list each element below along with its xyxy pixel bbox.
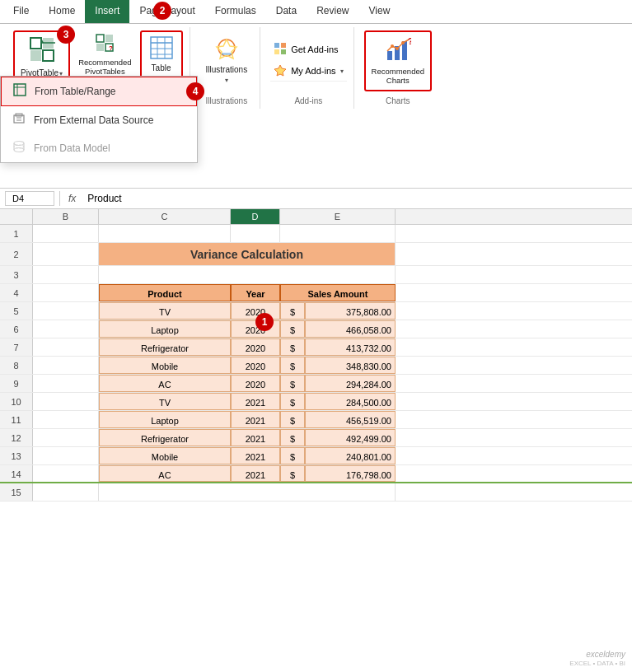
illustrations-label: Illustrations bbox=[206, 65, 248, 75]
svg-rect-23 bbox=[281, 49, 286, 54]
table-row: 9 AC 2020 $ 294,284.00 bbox=[0, 375, 632, 393]
rec-pivottables-label: RecommendedPivotTables bbox=[78, 58, 131, 77]
ribbon-group-addins: Get Add-ins My Add-ins ▾ Add-ins bbox=[264, 27, 353, 109]
svg-text:?: ? bbox=[109, 44, 113, 52]
my-addins-arrow: ▾ bbox=[340, 68, 344, 75]
addins-group-label: Add-ins bbox=[294, 93, 322, 105]
cell-sales-header[interactable]: Sales Amount bbox=[280, 284, 396, 301]
get-addins-label: Get Add-ins bbox=[291, 44, 338, 54]
illustrations-group-label: Illustrations bbox=[206, 93, 248, 105]
svg-rect-20 bbox=[274, 43, 279, 48]
col-header-d[interactable]: D bbox=[231, 209, 280, 224]
table-row: 7 Refrigerator 2020 $ 413,732.00 bbox=[0, 338, 632, 357]
from-data-model-label: From Data Model bbox=[34, 142, 110, 154]
col-header-c[interactable]: C bbox=[99, 209, 231, 224]
my-add-ins-button[interactable]: My Add-ins ▾ bbox=[270, 62, 346, 82]
row-num-1: 1 bbox=[0, 225, 33, 242]
table-row: 3 bbox=[0, 266, 632, 284]
row-num-4: 4 bbox=[0, 284, 33, 301]
cell-product-header[interactable]: Product bbox=[99, 284, 231, 301]
row-num-2: 2 bbox=[0, 243, 33, 265]
sheet-title: Variance Calculation bbox=[99, 243, 396, 265]
recommended-charts-icon: ? bbox=[385, 36, 411, 65]
cell-e1[interactable] bbox=[280, 225, 396, 242]
table-highlight: Table bbox=[140, 30, 183, 79]
table-row: 12 Refrigerator 2021 $ 492,499.00 bbox=[0, 429, 632, 447]
svg-rect-2 bbox=[30, 50, 41, 61]
from-table-range-label: From Table/Range bbox=[35, 86, 116, 97]
col-header-b[interactable]: B bbox=[33, 209, 99, 224]
table-icon bbox=[150, 36, 173, 62]
step-1-badge: 1 bbox=[255, 313, 274, 331]
pivot-dropdown-menu: From Table/Range 4 From External Data So… bbox=[0, 76, 198, 163]
rec-charts-highlight: ? RecommendedCharts bbox=[364, 30, 432, 91]
cell-b4[interactable] bbox=[33, 284, 99, 301]
table-button[interactable]: Table bbox=[142, 32, 181, 77]
get-add-ins-button[interactable]: Get Add-ins bbox=[270, 40, 346, 59]
recommended-pivottables-button[interactable]: ? RecommendedPivotTables bbox=[73, 30, 136, 80]
illustrations-button[interactable]: Illustrations ▾ bbox=[200, 30, 254, 88]
cell-product-5[interactable]: TV bbox=[99, 302, 231, 320]
data-model-icon bbox=[12, 140, 26, 156]
rec-pivottables-icon: ? bbox=[96, 34, 114, 56]
tab-file[interactable]: File bbox=[3, 0, 39, 23]
formula-bar-divider bbox=[59, 191, 60, 206]
tab-data[interactable]: Data bbox=[266, 0, 307, 23]
cell-c1[interactable] bbox=[99, 225, 231, 242]
get-addins-icon bbox=[274, 42, 287, 58]
svg-point-29 bbox=[396, 47, 399, 50]
col-header-e[interactable]: E bbox=[280, 209, 396, 224]
svg-text:?: ? bbox=[408, 37, 411, 46]
svg-rect-7 bbox=[105, 35, 113, 42]
recommended-charts-button[interactable]: ? RecommendedCharts bbox=[366, 32, 430, 90]
tab-insert[interactable]: Insert bbox=[85, 0, 129, 23]
tab-review[interactable]: Review bbox=[307, 0, 358, 23]
table-row: 10 TV 2021 $ 284,500.00 bbox=[0, 393, 632, 411]
from-external-label: From External Data Source bbox=[34, 114, 153, 126]
table-row: 5 TV 2020 $ 375,808.00 bbox=[0, 302, 632, 320]
table-row: 13 Mobile 2021 $ 240,801.00 bbox=[0, 447, 632, 465]
svg-rect-11 bbox=[151, 37, 172, 58]
svg-point-30 bbox=[401, 41, 405, 44]
pivottable-icon bbox=[29, 36, 55, 67]
table-row: 11 Laptop 2021 $ 456,519.00 bbox=[0, 411, 632, 429]
table-range-icon bbox=[13, 83, 26, 100]
svg-point-39 bbox=[14, 142, 24, 146]
illustrations-arrow: ▾ bbox=[225, 77, 228, 84]
cell-b3[interactable] bbox=[33, 266, 99, 283]
tab-home[interactable]: Home bbox=[39, 0, 85, 23]
from-external-item[interactable]: From External Data Source bbox=[1, 106, 197, 134]
ribbon-group-charts: ? RecommendedCharts Charts bbox=[358, 27, 438, 109]
cell-b1[interactable] bbox=[33, 225, 99, 242]
table-label: Table bbox=[152, 63, 171, 73]
svg-rect-25 bbox=[387, 51, 392, 60]
formula-input[interactable] bbox=[84, 193, 627, 204]
cell-d1[interactable] bbox=[231, 225, 280, 242]
my-addins-icon bbox=[274, 63, 287, 79]
cell-dollar-5[interactable]: $ bbox=[280, 302, 305, 320]
step-2-badge: 2 bbox=[153, 2, 171, 20]
cell-year-5[interactable]: 2020 bbox=[231, 302, 280, 320]
cell-product-6[interactable]: Laptop bbox=[99, 320, 231, 338]
cell-b2[interactable] bbox=[33, 243, 99, 265]
cell-sales-5[interactable]: 375,808.00 bbox=[305, 302, 396, 320]
table-row: 4 Product Year Sales Amount bbox=[0, 284, 632, 302]
ribbon-tabs: File Home Insert Page Layout Formulas Da… bbox=[0, 0, 632, 24]
cell-c3[interactable] bbox=[99, 266, 396, 283]
from-table-range-item[interactable]: From Table/Range 4 bbox=[1, 77, 197, 106]
step-3-badge: 3 bbox=[57, 26, 75, 44]
tab-view[interactable]: View bbox=[359, 0, 400, 23]
ribbon-group-illustrations: Illustrations ▾ Illustrations bbox=[194, 27, 261, 109]
cell-reference[interactable]: D4 bbox=[5, 191, 54, 206]
row-num-3: 3 bbox=[0, 266, 33, 283]
svg-rect-0 bbox=[30, 38, 41, 49]
table-row: 8 Mobile 2020 $ 348,830.00 bbox=[0, 357, 632, 375]
cell-year-header[interactable]: Year bbox=[231, 284, 280, 301]
spreadsheet-area: B C D E 1 2 Variance Calculation 3 4 bbox=[0, 209, 632, 502]
svg-rect-22 bbox=[274, 49, 279, 54]
svg-rect-32 bbox=[14, 84, 26, 96]
column-headers: B C D E bbox=[0, 209, 632, 225]
table-row: 2 Variance Calculation bbox=[0, 243, 632, 266]
tab-formulas[interactable]: Formulas bbox=[205, 0, 266, 23]
watermark: exceldemy EXCEL • DATA • BI bbox=[569, 650, 625, 667]
